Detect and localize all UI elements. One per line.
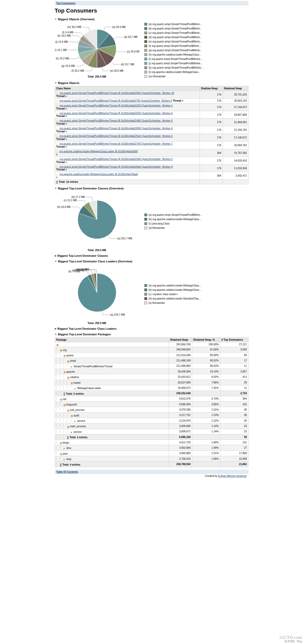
pie-legend-dom-classloaders: (a) org.apache.catalina.loader.WebappCla…: [144, 284, 201, 305]
table-row: org.quartz.simpl.SimpleThreadPool$Worker…: [55, 111, 248, 119]
section-dom-classloaders-overview[interactable]: ▼ Biggest Top-Level Dominator Class Load…: [55, 260, 248, 263]
legend-swatch: [144, 31, 147, 34]
legend-item: (m) Remainder: [144, 74, 203, 78]
section-dom-classes[interactable]: ▶ Biggest Top-Level Dominator Classes: [55, 254, 248, 257]
cell-package: ∑ Total: 2 entries: [55, 434, 169, 440]
table-row: ∑ Total: 2 entries6,986,16059: [55, 434, 248, 440]
pie-dom-classloaders: (a) 229.7 MB(b) 7.8 MB(c) 6.7 MB(d) 4.3 …: [55, 264, 139, 325]
table-row: org240,599,66491.60%3,558: [55, 347, 248, 352]
cell-retained-heap: 11,010,936: [223, 164, 248, 172]
section-dom-packages[interactable]: ▼ Biggest Top-Level Dominator Packages: [55, 333, 248, 336]
object-link[interactable]: org.quartz.simpl.SimpleThreadPool$Worker…: [60, 119, 173, 122]
object-link[interactable]: org.quartz.simpl.SimpleThreadPool$Worker…: [60, 99, 172, 102]
cell-package: dms: [55, 445, 169, 450]
cell-class-name: org.quartz.simpl.SimpleThreadPool$Worker…: [55, 98, 200, 103]
legend-label: (g) org.quartz.simpl.SimpleThreadPool$Wo…: [149, 48, 202, 52]
toc-link[interactable]: Table Of Contents: [56, 470, 78, 473]
cell-top-dominators: 2,667: [220, 369, 248, 374]
footer-bar: Table Of Contents: [55, 470, 248, 474]
cell-package: sub_process: [55, 407, 169, 412]
expand-icon: ▶: [55, 327, 57, 330]
cell-retained-heap: 4,412,720: [169, 440, 192, 445]
object-link[interactable]: org.quartz.simpl.SimpleThreadPool$Worker…: [60, 158, 173, 160]
table-total: ∑ Total: 12 entries: [55, 180, 200, 184]
legend-label: (m) Remainder: [149, 74, 166, 78]
cell-retained-pct: 91.60%: [192, 347, 220, 352]
cell-retained-heap: 21,156,792: [223, 126, 248, 134]
cell-class-name: org.quartz.simpl.SimpleThreadPool$Worker…: [55, 126, 200, 134]
cell-top-dominators: 28: [220, 380, 248, 385]
cell-retained-heap: 240,599,664: [169, 347, 192, 352]
object-icon: [56, 120, 59, 122]
object-link[interactable]: org.apache.catalina.loader.WebappClassLo…: [60, 173, 138, 176]
package-icon: [63, 403, 66, 406]
object-link[interactable]: org.quartz.simpl.SimpleThreadPool$Worker…: [60, 142, 173, 145]
object-link[interactable]: org.apache.catalina.loader.WebappClassLo…: [60, 150, 138, 153]
expand-icon: ▶: [55, 254, 57, 257]
cell-top-dominators: 11: [220, 363, 248, 369]
tool-link[interactable]: Eclipse Memory Analyzer: [218, 475, 247, 477]
cell-retained-pct: 1.49%: [192, 445, 220, 450]
legend-label: (k) org.quartz.simpl.SimpleThreadPool$Wo…: [149, 66, 203, 70]
cell-package: org: [55, 347, 169, 352]
legend-swatch: [144, 53, 147, 56]
object-link[interactable]: org.quartz.simpl.SimpleThreadPool$Worker…: [60, 127, 173, 130]
legend-swatch: [144, 27, 147, 30]
table-row: audit3,217,7521.23%30: [55, 412, 248, 418]
table-dom-packages: Package Retained Heap Retained Heap, % #…: [55, 337, 248, 467]
package-icon: [71, 382, 73, 384]
table-row: bingo4,412,7201.68%131: [55, 440, 248, 445]
object-link[interactable]: org.quartz.simpl.SimpleThreadPool$Worker…: [60, 92, 174, 94]
svg-text:(e) 20.5 MB: (e) 20.5 MB: [110, 69, 124, 72]
svg-text:(a) 229.7 MB: (a) 229.7 MB: [110, 313, 125, 316]
cell-top-dominators: 15,496: [220, 456, 248, 461]
cell-shallow-heap: 304: [200, 172, 223, 180]
package-icon: [56, 344, 59, 346]
svg-text:(j) 13.4 MB: (j) 13.4 MB: [55, 40, 68, 43]
legend-label: (a) org.quartz.simpl.SimpleThreadPool$Wo…: [149, 22, 202, 26]
svg-text:(b) 18.6 MB: (b) 18.6 MB: [57, 206, 71, 208]
legend-label: (d) org.quartz.simpl.SimpleThreadPool$Wo…: [149, 35, 202, 39]
table-row: service3,216,9761.22%20: [55, 418, 248, 423]
legend-swatch: [144, 23, 147, 26]
cell-class-name: org.apache.catalina.loader.WebappClassLo…: [55, 149, 200, 157]
cell-retained-heap: 238,252,648: [169, 391, 192, 396]
top-consumers-link[interactable]: Top Consumers: [56, 2, 75, 5]
object-link[interactable]: org.quartz.simpl.SimpleThreadPool$Worker…: [60, 104, 173, 107]
col-class-name: Class Name: [55, 86, 200, 91]
cell-retained-pct: 1.68%: [192, 440, 220, 445]
table-row: org.quartz.simpl.SimpleThreadPool$Worker…: [55, 98, 248, 103]
legend-swatch: [144, 71, 147, 73]
cell-package: loader: [55, 380, 169, 385]
cell-top-dominators: 3,558: [220, 347, 248, 352]
legend-item: (d) org.quartz.simpl.SimpleThreadPool$Wo…: [144, 35, 203, 39]
object-link[interactable]: org.quartz.simpl.SimpleThreadPool$Worker…: [60, 112, 173, 115]
legend-label: (e) org.quartz.simpl.SimpleThreadPool$Wo…: [149, 40, 202, 44]
package-icon: [67, 360, 70, 362]
cell-retained-heap: 29,731,320: [223, 91, 248, 99]
section-dom-classloaders[interactable]: ▶ Biggest Top-Level Dominator Class Load…: [55, 327, 248, 330]
col-shallow-heap: Shallow Heap: [200, 86, 223, 91]
pie-dom-classes: (a) 201.7 MB(b) 18.6 MB(c) 13.1 MB(d) 17…: [55, 191, 139, 252]
svg-text:(d) 17.2 MB: (d) 17.2 MB: [71, 196, 85, 198]
cell-retained-pct: [192, 461, 220, 467]
legend-label: (c) java.lang.Class: [149, 222, 170, 226]
cell-top-dominators: 23: [220, 423, 248, 429]
legend-item: (c) org.quartz.simpl.SimpleThreadPool$Wo…: [144, 31, 203, 35]
section-biggest-objects-overview[interactable]: ▼ Biggest Objects (Overview): [55, 18, 248, 21]
object-link[interactable]: org.quartz.simpl.SimpleThreadPool$Worker…: [60, 135, 173, 137]
table-row: service3,006,8721.14%15: [55, 429, 248, 434]
legend-item: (c) <system class loader>: [144, 292, 201, 296]
legend-swatch: [144, 293, 147, 296]
cell-package: lang: [55, 456, 169, 461]
section-biggest-objects[interactable]: ▼ Biggest Objects: [55, 81, 248, 84]
cell-class-name: org.quartz.simpl.SimpleThreadPool$Worker…: [55, 164, 200, 172]
section-dom-classes-overview[interactable]: ▼ Biggest Top-Level Dominator Classes (O…: [55, 187, 248, 190]
cell-package: java: [55, 450, 169, 456]
object-link[interactable]: org.quartz.simpl.SimpleThreadPool$Worker…: [60, 165, 173, 168]
cell-retained-heap: 15,787,392: [223, 149, 248, 157]
cell-class-name: org.quartz.simpl.SimpleThreadPool$Worker…: [55, 111, 200, 119]
cell-top-dominators: 364: [220, 396, 248, 401]
cell-shallow-heap: 176: [200, 103, 223, 111]
object-icon: [56, 173, 59, 176]
